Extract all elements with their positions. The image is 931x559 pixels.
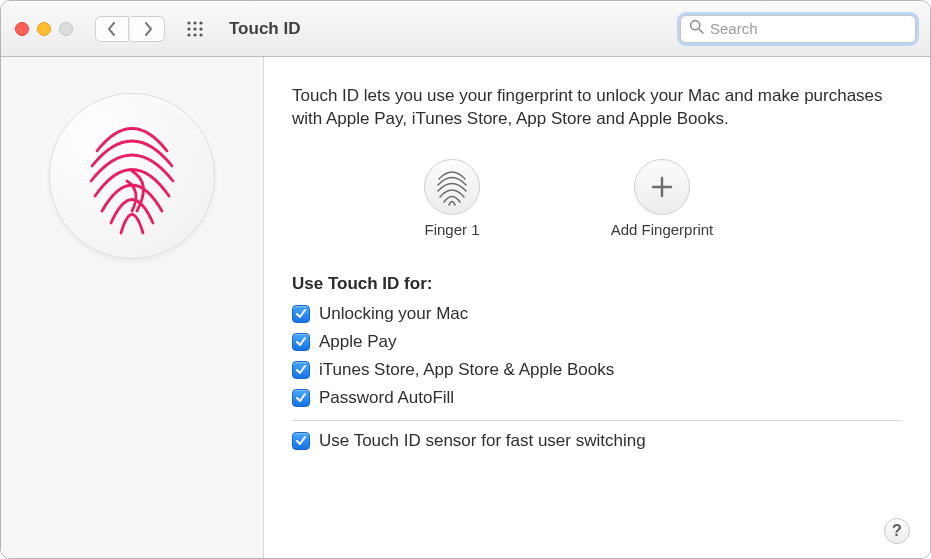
forward-button[interactable] — [131, 16, 165, 42]
show-all-prefs-button[interactable] — [179, 16, 211, 42]
svg-point-0 — [187, 21, 190, 24]
section-heading: Use Touch ID for: — [292, 274, 902, 294]
option-label: Use Touch ID sensor for fast user switch… — [319, 431, 646, 451]
fingerprint-label: Finger 1 — [424, 221, 479, 238]
svg-point-6 — [187, 33, 190, 36]
search-icon — [689, 19, 704, 38]
body: Touch ID lets you use your fingerprint t… — [1, 57, 930, 558]
fingerprint-thumb-icon — [424, 159, 480, 215]
page-title: Touch ID — [229, 19, 300, 39]
svg-point-8 — [199, 33, 202, 36]
preferences-window: Touch ID — [0, 0, 931, 559]
checkbox-icon — [292, 389, 310, 407]
svg-point-5 — [199, 27, 202, 30]
checkbox-icon — [292, 333, 310, 351]
nav-buttons — [95, 16, 165, 42]
zoom-window-button — [59, 22, 73, 36]
option-unlock-mac[interactable]: Unlocking your Mac — [292, 304, 902, 324]
chevron-right-icon — [143, 22, 153, 36]
svg-point-1 — [193, 21, 196, 24]
intro-text: Touch ID lets you use your fingerprint t… — [292, 85, 902, 131]
fingerprint-row: Finger 1 Add Fingerprint — [392, 159, 902, 238]
svg-point-4 — [193, 27, 196, 30]
back-button[interactable] — [95, 16, 129, 42]
titlebar: Touch ID — [1, 1, 930, 57]
checkbox-icon — [292, 361, 310, 379]
fingerprint-icon — [77, 111, 187, 241]
main-panel: Touch ID lets you use your fingerprint t… — [264, 57, 930, 558]
help-button[interactable]: ? — [884, 518, 910, 544]
svg-point-9 — [691, 21, 700, 30]
window-controls — [15, 22, 73, 36]
chevron-left-icon — [107, 22, 117, 36]
close-window-button[interactable] — [15, 22, 29, 36]
option-label: iTunes Store, App Store & Apple Books — [319, 360, 614, 380]
sidebar — [1, 57, 264, 558]
svg-line-10 — [699, 29, 703, 33]
add-fingerprint-label: Add Fingerprint — [611, 221, 714, 238]
divider — [292, 420, 902, 421]
minimize-window-button[interactable] — [37, 22, 51, 36]
option-fast-user-switching[interactable]: Use Touch ID sensor for fast user switch… — [292, 431, 902, 451]
option-label: Apple Pay — [319, 332, 397, 352]
option-label: Unlocking your Mac — [319, 304, 468, 324]
svg-point-7 — [193, 33, 196, 36]
option-stores[interactable]: iTunes Store, App Store & Apple Books — [292, 360, 902, 380]
add-fingerprint-button[interactable]: Add Fingerprint — [602, 159, 722, 238]
svg-point-3 — [187, 27, 190, 30]
svg-point-2 — [199, 21, 202, 24]
option-label: Password AutoFill — [319, 388, 454, 408]
search-input[interactable] — [710, 20, 907, 37]
grid-icon — [186, 20, 204, 38]
touch-id-options: Unlocking your Mac Apple Pay iTunes Stor… — [292, 304, 902, 408]
checkbox-icon — [292, 432, 310, 450]
search-field-wrap[interactable] — [680, 15, 916, 43]
checkbox-icon — [292, 305, 310, 323]
help-icon: ? — [892, 522, 902, 540]
option-password-autofill[interactable]: Password AutoFill — [292, 388, 902, 408]
plus-icon — [634, 159, 690, 215]
option-apple-pay[interactable]: Apple Pay — [292, 332, 902, 352]
touch-id-hero-icon — [49, 93, 215, 259]
fingerprint-item[interactable]: Finger 1 — [392, 159, 512, 238]
